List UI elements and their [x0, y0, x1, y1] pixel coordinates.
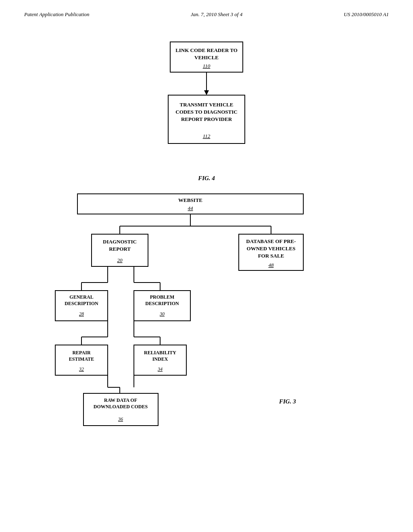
svg-text:WEBSITE: WEBSITE: [178, 197, 202, 203]
svg-text:110: 110: [203, 63, 211, 69]
header-right: US 2010/0005010 A1: [344, 11, 389, 18]
svg-text:OWNED VEHICLES: OWNED VEHICLES: [247, 245, 296, 251]
svg-text:PROBLEM: PROBLEM: [150, 294, 175, 300]
svg-text:DATABASE OF PRE-: DATABASE OF PRE-: [246, 238, 296, 244]
svg-text:FOR SALE: FOR SALE: [258, 253, 284, 259]
svg-text:REPORT PROVIDER: REPORT PROVIDER: [181, 116, 232, 122]
svg-text:32: 32: [79, 366, 84, 372]
svg-text:ESTIMATE: ESTIMATE: [69, 356, 94, 362]
svg-text:DESCRIPTION: DESCRIPTION: [145, 301, 179, 306]
svg-text:GENERAL: GENERAL: [69, 294, 93, 300]
svg-text:CODES TO DIAGNOSTIC: CODES TO DIAGNOSTIC: [175, 109, 237, 115]
svg-text:RAW DATA OF: RAW DATA OF: [104, 397, 137, 403]
svg-text:DIAGNOSTIC: DIAGNOSTIC: [103, 239, 137, 245]
svg-text:30: 30: [159, 311, 165, 317]
fig4-section: LINK CODE READER TO VEHICLE 110 TRANSMIT…: [0, 18, 413, 182]
svg-text:112: 112: [203, 133, 211, 139]
svg-text:LINK CODE READER TO: LINK CODE READER TO: [175, 47, 238, 53]
svg-marker-5: [204, 90, 209, 95]
fig4-label: FIG. 4: [198, 175, 215, 182]
svg-text:RELIABILITY: RELIABILITY: [144, 350, 176, 355]
svg-text:48: 48: [269, 262, 274, 268]
svg-text:34: 34: [157, 366, 163, 372]
svg-text:28: 28: [79, 311, 84, 317]
fig3-diagram: WEBSITE 44 DIAGNOSTIC REPORT 20 DATABASE…: [45, 190, 368, 440]
fig4-diagram: LINK CODE READER TO VEHICLE 110 TRANSMIT…: [126, 34, 287, 163]
svg-text:FIG. 3: FIG. 3: [279, 398, 296, 405]
svg-text:INDEX: INDEX: [152, 356, 168, 362]
svg-text:REPAIR: REPAIR: [72, 350, 90, 355]
header-left: Patent Application Publication: [24, 11, 90, 18]
header-middle: Jan. 7, 2010 Sheet 3 of 4: [191, 11, 243, 18]
svg-text:36: 36: [118, 416, 123, 422]
svg-text:44: 44: [188, 205, 194, 211]
svg-text:20: 20: [117, 257, 123, 263]
svg-text:VEHICLE: VEHICLE: [194, 54, 219, 60]
svg-text:DOWNLOADED CODES: DOWNLOADED CODES: [94, 404, 148, 409]
svg-text:TRANSMIT VEHICLE: TRANSMIT VEHICLE: [180, 102, 234, 108]
svg-text:REPORT: REPORT: [109, 246, 131, 252]
svg-text:DESCRIPTION: DESCRIPTION: [65, 301, 98, 306]
page-header: Patent Application Publication Jan. 7, 2…: [0, 0, 413, 18]
